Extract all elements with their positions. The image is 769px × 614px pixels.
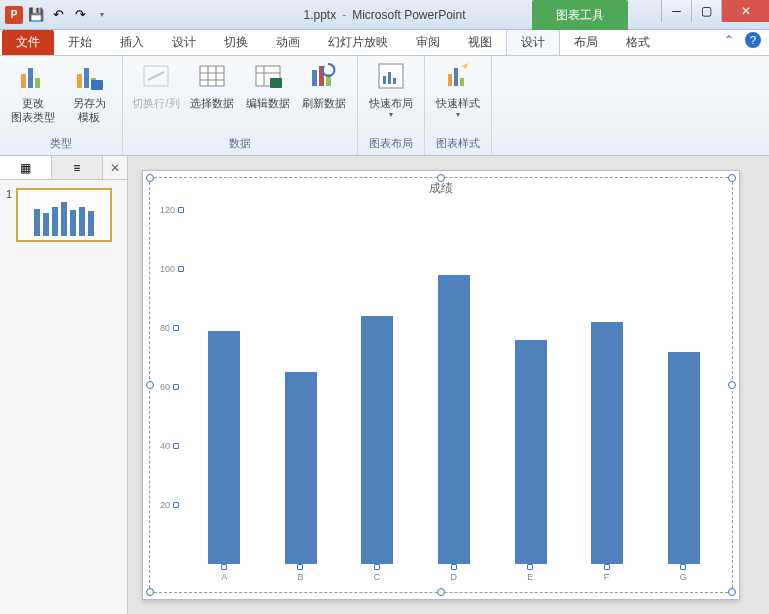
tab-chart-format[interactable]: 格式 bbox=[612, 30, 664, 55]
thumbnails-tab-icon[interactable]: ▦ bbox=[0, 156, 52, 179]
resize-handle[interactable] bbox=[146, 588, 154, 596]
x-tick: E bbox=[527, 564, 533, 582]
save-template-button[interactable]: 另存为 模板 bbox=[64, 60, 114, 125]
chevron-down-icon: ▾ bbox=[389, 110, 393, 120]
tab-design-main[interactable]: 设计 bbox=[158, 30, 210, 55]
app-name: Microsoft PowerPoint bbox=[352, 8, 465, 22]
svg-rect-24 bbox=[448, 74, 452, 86]
svg-rect-6 bbox=[91, 80, 103, 90]
change-chart-type-button[interactable]: 更改 图表类型 bbox=[8, 60, 58, 125]
quick-style-label: 快速样式 bbox=[436, 96, 480, 110]
chart-bar[interactable] bbox=[208, 331, 240, 564]
chevron-down-icon: ▾ bbox=[456, 110, 460, 120]
tab-home[interactable]: 开始 bbox=[54, 30, 106, 55]
resize-handle[interactable] bbox=[437, 174, 445, 182]
resize-handle[interactable] bbox=[728, 174, 736, 182]
titlebar: P 💾 ↶ ↷ ▾ 1.pptx - Microsoft PowerPoint … bbox=[0, 0, 769, 30]
slide-thumbnail-1[interactable]: 1 bbox=[0, 180, 127, 250]
tab-chart-layout[interactable]: 布局 bbox=[560, 30, 612, 55]
y-tick: 20 bbox=[160, 500, 179, 510]
x-tick: D bbox=[450, 564, 457, 582]
ribbon-group-type: 更改 图表类型 另存为 模板 类型 bbox=[0, 56, 123, 155]
maximize-button[interactable]: ▢ bbox=[691, 0, 721, 22]
switch-row-col-icon bbox=[140, 60, 172, 92]
chart-bar[interactable] bbox=[285, 372, 317, 564]
quick-access-toolbar: P 💾 ↶ ↷ ▾ bbox=[0, 5, 116, 25]
help-controls: ⌃ ? bbox=[721, 32, 761, 48]
undo-icon[interactable]: ↶ bbox=[48, 5, 68, 25]
outline-tab-icon[interactable]: ≡ bbox=[52, 156, 104, 179]
y-tick: 40 bbox=[160, 441, 179, 451]
chart-bar[interactable] bbox=[668, 352, 700, 564]
select-data-button[interactable]: 选择数据 bbox=[187, 60, 237, 110]
close-button[interactable]: ✕ bbox=[721, 0, 769, 22]
x-tick: B bbox=[297, 564, 303, 582]
svg-rect-3 bbox=[77, 74, 82, 88]
chart-tools-context-tab: 图表工具 bbox=[532, 0, 628, 30]
tab-insert[interactable]: 插入 bbox=[106, 30, 158, 55]
chart-bar[interactable] bbox=[361, 316, 393, 564]
slide-canvas[interactable]: 成绩 20406080100120 ABCDEFG bbox=[128, 156, 769, 614]
quick-layout-label: 快速布局 bbox=[369, 96, 413, 110]
resize-handle[interactable] bbox=[728, 381, 736, 389]
tab-file[interactable]: 文件 bbox=[2, 30, 54, 55]
tab-review[interactable]: 审阅 bbox=[402, 30, 454, 55]
chart-bars bbox=[186, 210, 722, 564]
refresh-data-icon bbox=[308, 60, 340, 92]
slide-thumbnail-preview bbox=[16, 188, 112, 242]
switch-row-col-label: 切换行/列 bbox=[132, 96, 179, 110]
resize-handle[interactable] bbox=[437, 588, 445, 596]
group-layout-label: 图表布局 bbox=[369, 134, 413, 153]
svg-rect-22 bbox=[388, 72, 391, 84]
refresh-data-button[interactable]: 刷新数据 bbox=[299, 60, 349, 110]
tab-chart-design[interactable]: 设计 bbox=[506, 29, 560, 55]
tab-transitions[interactable]: 切换 bbox=[210, 30, 262, 55]
tab-slideshow[interactable]: 幻灯片放映 bbox=[314, 30, 402, 55]
help-icon[interactable]: ? bbox=[745, 32, 761, 48]
chart-plot-area[interactable]: 20406080100120 bbox=[186, 210, 722, 564]
chart-bar[interactable] bbox=[591, 322, 623, 564]
select-data-icon bbox=[196, 60, 228, 92]
chart-bar[interactable] bbox=[515, 340, 547, 564]
quick-layout-icon bbox=[375, 60, 407, 92]
quick-layout-button[interactable]: 快速布局 ▾ bbox=[366, 60, 416, 121]
panel-close-icon[interactable]: ✕ bbox=[103, 156, 127, 179]
window-title: 1.pptx - Microsoft PowerPoint bbox=[303, 8, 465, 22]
edit-data-button[interactable]: 编辑数据 bbox=[243, 60, 293, 110]
save-template-label: 另存为 模板 bbox=[73, 96, 106, 125]
resize-handle[interactable] bbox=[146, 174, 154, 182]
x-axis: ABCDEFG bbox=[186, 564, 722, 582]
ribbon-minimize-icon[interactable]: ⌃ bbox=[721, 32, 737, 48]
x-tick: G bbox=[680, 564, 687, 582]
y-tick: 100 bbox=[160, 264, 184, 274]
body-area: ▦ ≡ ✕ 1 bbox=[0, 156, 769, 614]
redo-icon[interactable]: ↷ bbox=[70, 5, 90, 25]
ribbon-tabs: 文件 开始 插入 设计 切换 动画 幻灯片放映 审阅 视图 设计 布局 格式 ⌃… bbox=[0, 30, 769, 56]
svg-rect-8 bbox=[200, 66, 224, 86]
tab-view[interactable]: 视图 bbox=[454, 30, 506, 55]
y-tick: 120 bbox=[160, 205, 184, 215]
chart-object[interactable]: 成绩 20406080100120 ABCDEFG bbox=[149, 177, 733, 593]
minimize-button[interactable]: ─ bbox=[661, 0, 691, 22]
svg-rect-21 bbox=[383, 76, 386, 84]
app-icon: P bbox=[4, 5, 24, 25]
svg-rect-17 bbox=[312, 70, 317, 86]
svg-rect-16 bbox=[270, 78, 282, 88]
chart-title[interactable]: 成绩 bbox=[150, 178, 732, 205]
svg-rect-2 bbox=[35, 78, 40, 88]
chart-type-icon bbox=[17, 60, 49, 92]
chart-bar[interactable] bbox=[438, 275, 470, 564]
resize-handle[interactable] bbox=[728, 588, 736, 596]
save-icon[interactable]: 💾 bbox=[26, 5, 46, 25]
resize-handle[interactable] bbox=[146, 381, 154, 389]
qat-dropdown-icon[interactable]: ▾ bbox=[92, 5, 112, 25]
switch-row-col-button: 切换行/列 bbox=[131, 60, 181, 110]
svg-rect-4 bbox=[84, 68, 89, 88]
ribbon: 更改 图表类型 另存为 模板 类型 切换行/列 选择 bbox=[0, 56, 769, 156]
filename: 1.pptx bbox=[303, 8, 336, 22]
svg-rect-25 bbox=[454, 68, 458, 86]
tab-animations[interactable]: 动画 bbox=[262, 30, 314, 55]
edit-data-icon bbox=[252, 60, 284, 92]
quick-style-button[interactable]: 快速样式 ▾ bbox=[433, 60, 483, 121]
svg-rect-23 bbox=[393, 78, 396, 84]
